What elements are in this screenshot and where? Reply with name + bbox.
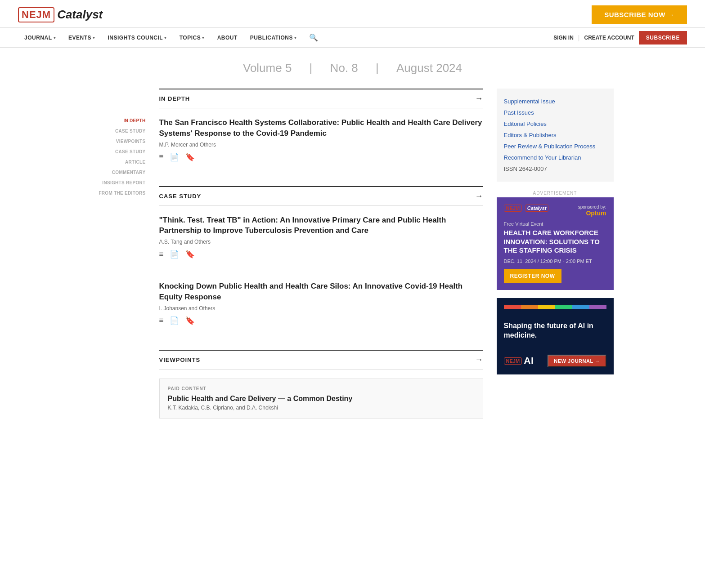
section-in-depth: IN DEPTH → The San Francisco Health Syst… — [159, 89, 483, 173]
article-title-in-depth-1[interactable]: The San Francisco Health Systems Collabo… — [159, 117, 483, 139]
subscribe-button[interactable]: SUBSCRIBE — [639, 31, 687, 45]
section-viewpoints: VIEWPOINTS → PAID CONTENT Public Health … — [159, 350, 483, 419]
section-arrow-viewpoints[interactable]: → — [475, 355, 483, 365]
section-arrow-in-depth[interactable]: → — [475, 94, 483, 103]
color-bars — [504, 305, 606, 309]
sidebar-item-insights-report[interactable]: INSIGHTS REPORT — [92, 178, 146, 188]
list-icon[interactable]: ≡ — [159, 316, 164, 325]
chevron-down-icon: ▾ — [164, 36, 167, 40]
ad2-ai-text: AI — [524, 355, 534, 367]
section-title-viewpoints: VIEWPOINTS — [159, 356, 201, 363]
ad1-sponsor-area: sponsored by: Optum — [578, 205, 606, 217]
create-account-link[interactable]: CREATE ACCOUNT — [584, 35, 634, 41]
sidebar-item-viewpoints[interactable]: VIEWPOINTS — [92, 136, 146, 147]
ad-content-1: NEJM Catalyst sponsored by: Optum Free V… — [497, 197, 614, 290]
bookmark-icon[interactable]: 🔖 — [185, 249, 195, 259]
section-title-case-study: CASE STUDY — [159, 193, 202, 200]
search-icon[interactable]: 🔍 — [303, 28, 324, 47]
article-authors-case-study-1: A.S. Tang and Others — [159, 239, 483, 245]
sidebar-item-article[interactable]: ARTICLE — [92, 157, 146, 167]
ad1-register-button[interactable]: REGISTER NOW — [504, 269, 561, 283]
section-title-in-depth: IN DEPTH — [159, 95, 190, 102]
article-title-case-study-1[interactable]: "Think. Test. Treat TB" in Action: An In… — [159, 215, 483, 236]
issue-number: No. 8 — [330, 61, 358, 75]
sidebar-item-in-depth[interactable]: IN DEPTH — [92, 116, 146, 126]
nav-item-insights-council[interactable]: INSIGHTS COUNCIL ▾ — [102, 29, 173, 46]
sidebar-item-case-study-1[interactable]: CASE STUDY — [92, 126, 146, 136]
ad1-catalyst-text: Catalyst — [525, 205, 549, 212]
list-icon[interactable]: ≡ — [159, 250, 164, 259]
main-content: IN DEPTH CASE STUDY VIEWPOINTS CASE STUD… — [92, 84, 614, 437]
nav-bar: JOURNAL ▾ EVENTS ▾ INSIGHTS COUNCIL ▾ TO… — [0, 28, 705, 48]
nejm-logo[interactable]: NEJM — [18, 7, 54, 22]
section-header-in-depth: IN DEPTH → — [159, 89, 483, 108]
ad2-title: Shaping the future of AI in medicine. — [504, 321, 606, 340]
paid-content-title[interactable]: Public Health and Care Delivery — a Comm… — [168, 395, 475, 403]
color-bar-purple — [589, 305, 606, 309]
nav-item-events[interactable]: EVENTS ▾ — [62, 29, 102, 46]
nav-item-topics[interactable]: TOPICS ▾ — [173, 29, 211, 46]
subscribe-banner-button[interactable]: SUBSCRIBE NOW → — [592, 5, 687, 24]
pdf-icon[interactable]: 📄 — [170, 152, 179, 162]
chevron-down-icon: ▾ — [54, 36, 56, 40]
article-case-study-1: "Think. Test. Treat TB" in Action: An In… — [159, 215, 483, 271]
paid-content-label: PAID CONTENT — [168, 386, 475, 391]
article-authors-case-study-2: I. Johansen and Others — [159, 305, 483, 312]
pdf-icon[interactable]: 📄 — [170, 316, 179, 325]
color-bar-yellow — [538, 305, 555, 309]
section-arrow-case-study[interactable]: → — [475, 192, 483, 201]
article-title-case-study-2[interactable]: Knocking Down Public Health and Health C… — [159, 281, 483, 303]
nav-item-publications[interactable]: PUBLICATIONS ▾ — [244, 29, 303, 46]
issue-date: August 2024 — [396, 61, 462, 75]
pdf-icon[interactable]: 📄 — [170, 249, 179, 259]
ad1-sponsored-by: sponsored by: — [578, 205, 606, 209]
sidebar-left: IN DEPTH CASE STUDY VIEWPOINTS CASE STUD… — [92, 89, 146, 432]
supplemental-issue-link[interactable]: Supplemental Issue — [504, 96, 606, 107]
bookmark-icon[interactable]: 🔖 — [185, 152, 195, 162]
color-bar-green — [555, 305, 572, 309]
header: NEJM Catalyst SUBSCRIBE NOW → — [0, 0, 705, 28]
nav-item-about[interactable]: ABOUT — [211, 29, 244, 46]
bookmark-icon[interactable]: 🔖 — [185, 316, 195, 325]
ad-box-2: Shaping the future of AI in medicine. NE… — [497, 298, 614, 374]
sidebar-item-from-the-editors[interactable]: FROM THE EDITORS — [92, 188, 146, 198]
ad2-nejm-logo: NEJM — [504, 357, 522, 365]
ad-box-1: ADVERTISEMENT NEJM Catalyst sponsored by… — [497, 191, 614, 290]
nav-right: SIGN IN | CREATE ACCOUNT SUBSCRIBE — [553, 31, 687, 45]
sign-in-link[interactable]: SIGN IN — [553, 35, 574, 41]
sidebar-item-commentary[interactable]: COMMENTARY — [92, 167, 146, 178]
sidebar-right-links-box: Supplemental Issue Past Issues Editorial… — [497, 89, 614, 182]
ad1-title: HEALTH CARE WORKFORCE INNOVATION: SOLUTI… — [504, 228, 606, 255]
article-icons-in-depth-1: ≡ 📄 🔖 — [159, 152, 483, 162]
past-issues-link[interactable]: Past Issues — [504, 107, 606, 118]
sidebar-item-case-study-2[interactable]: CASE STUDY — [92, 147, 146, 157]
catalyst-logo[interactable]: Catalyst — [57, 8, 103, 22]
ad2-logo: NEJM AI — [504, 355, 534, 367]
ad1-date: DEC. 11, 2024 / 12:00 PM - 2:00 PM ET — [504, 258, 606, 264]
editors-publishers-link[interactable]: Editors & Publishers — [504, 129, 606, 141]
ad1-nejm-logo: NEJM — [504, 205, 522, 212]
center-content: IN DEPTH → The San Francisco Health Syst… — [159, 89, 483, 432]
ad-label-1: ADVERTISEMENT — [497, 191, 614, 196]
logo-area: NEJM Catalyst — [18, 7, 103, 22]
section-header-case-study: CASE STUDY → — [159, 186, 483, 206]
paid-content-authors: K.T. Kadakia, C.B. Cipriano, and D.A. Ch… — [168, 405, 475, 411]
separator1: | — [310, 61, 313, 75]
chevron-down-icon: ▾ — [294, 36, 297, 40]
section-case-study: CASE STUDY → "Think. Test. Treat TB" in … — [159, 186, 483, 336]
recommend-librarian-link[interactable]: Recommend to Your Librarian — [504, 152, 606, 163]
sidebar-right: Supplemental Issue Past Issues Editorial… — [497, 89, 614, 432]
article-icons-case-study-1: ≡ 📄 🔖 — [159, 249, 483, 259]
ad1-free-event: Free Virtual Event — [504, 221, 606, 227]
peer-review-link[interactable]: Peer Review & Publication Process — [504, 141, 606, 152]
editorial-policies-link[interactable]: Editorial Policies — [504, 118, 606, 129]
nav-item-journal[interactable]: JOURNAL ▾ — [18, 29, 62, 46]
paid-content-box: PAID CONTENT Public Health and Care Deli… — [159, 379, 483, 419]
ad2-new-journal-button[interactable]: NEW JOURNAL → — [548, 355, 606, 367]
list-icon[interactable]: ≡ — [159, 152, 164, 161]
volume-text: Volume 5 — [243, 61, 292, 75]
ad2-bottom: NEJM AI NEW JOURNAL → — [504, 355, 606, 367]
issn-text: ISSN 2642-0007 — [504, 163, 606, 174]
article-authors-in-depth-1: M.P. Mercer and Others — [159, 142, 483, 148]
ad1-header: NEJM Catalyst sponsored by: Optum — [504, 205, 606, 217]
